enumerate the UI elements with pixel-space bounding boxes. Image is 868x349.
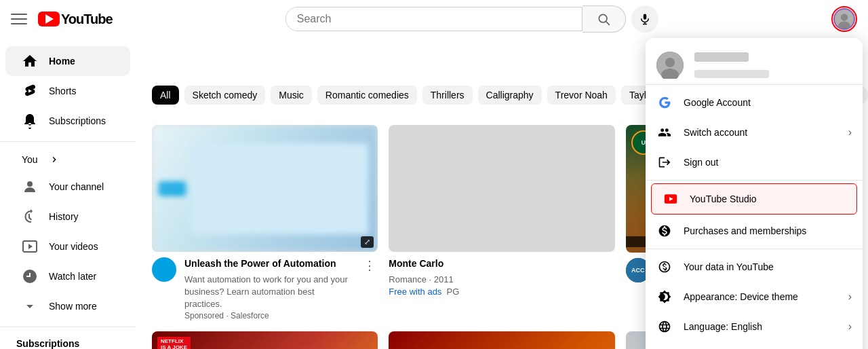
search-bar xyxy=(285,5,658,33)
video-thumb-2 xyxy=(389,125,614,252)
video-card-4[interactable]: NETFLIXIS A JOKE RONNY CHIENGTAKES CHINA… xyxy=(152,331,378,349)
mic-button[interactable] xyxy=(631,5,658,33)
filter-chip-thrillers[interactable]: Thrillers xyxy=(422,86,473,105)
sidebar-item-home-label: Home xyxy=(49,56,75,67)
video-thumb-1: Salesforce ⤢ xyxy=(152,125,378,252)
video-details-2: Monte Carlo Romance · 2011 Free with ads… xyxy=(389,257,614,298)
chevron-right-icon xyxy=(49,154,60,165)
your-data-icon xyxy=(656,259,673,275)
sidebar-you-label: You xyxy=(22,154,38,165)
dropdown-item-sign-out[interactable]: Sign out xyxy=(646,147,863,177)
filter-chip-trevor-noah[interactable]: Trevor Noah xyxy=(547,86,616,105)
sidebar-item-channel[interactable]: Your channel xyxy=(5,172,130,202)
your-videos-icon xyxy=(22,238,38,255)
dropdown-header xyxy=(646,43,863,85)
filter-chip-romantic-comedies[interactable]: Romantic comedies xyxy=(317,86,417,105)
filter-chip-calligraphy[interactable]: Calligraphy xyxy=(478,86,542,105)
filter-chip-all[interactable]: All xyxy=(152,86,179,105)
dropdown-item-youtube-studio[interactable]: YouTube Studio xyxy=(651,183,857,215)
dropdown-language-label: Language: English xyxy=(684,321,837,332)
channel-icon xyxy=(22,179,38,195)
video-thumb-4: NETFLIXIS A JOKE RONNY CHIENGTAKES CHINA… xyxy=(152,331,378,349)
video-meta-2: Romance · 2011 xyxy=(389,274,614,286)
dropdown-your-data-label: Your data in YouTube xyxy=(684,261,852,272)
language-icon xyxy=(656,318,673,335)
video-card-2[interactable]: Monte Carlo Romance · 2011 Free with ads… xyxy=(389,125,614,320)
sidebar-item-subscriptions-label: Subscriptions xyxy=(49,115,106,126)
sidebar-you-section[interactable]: You xyxy=(5,147,130,172)
svg-line-1 xyxy=(606,22,610,25)
dropdown-menu: Google Account Switch account › Sign out… xyxy=(646,38,863,349)
header: YouTube xyxy=(0,0,868,38)
dropdown-sign-out-label: Sign out xyxy=(684,157,852,168)
sidebar-item-shorts[interactable]: Shorts xyxy=(5,76,130,106)
sidebar-item-shorts-label: Shorts xyxy=(49,86,76,96)
youtube-studio-icon xyxy=(663,191,679,207)
dropdown-item-google-account[interactable]: Google Account xyxy=(646,88,863,117)
video-title-1: Unleash the Power of Automation xyxy=(184,257,353,271)
avatar-image xyxy=(835,10,854,29)
filter-chip-music[interactable]: Music xyxy=(271,86,312,105)
sidebar-item-history-label: History xyxy=(49,211,79,222)
logo-icon xyxy=(38,12,60,26)
dropdown-username xyxy=(694,52,749,62)
dropdown-youtube-studio-label: YouTube Studio xyxy=(690,194,846,204)
dropdown-divider-1 xyxy=(646,180,863,181)
video-sponsored-1: Sponsored · Salesforce xyxy=(184,311,353,320)
hamburger-menu[interactable] xyxy=(11,11,27,27)
chevron-down-icon xyxy=(22,298,38,314)
purchases-icon xyxy=(656,223,673,239)
sidebar-item-watch-later-label: Watch later xyxy=(49,271,96,282)
header-left: YouTube xyxy=(11,11,113,27)
home-icon xyxy=(22,53,38,69)
user-avatar[interactable] xyxy=(833,8,855,30)
video-meta-1: Want automation to work for you and your… xyxy=(184,274,353,311)
sidebar-show-more[interactable]: Show more xyxy=(5,291,130,321)
dropdown-avatar xyxy=(656,52,684,79)
video-thumb-5: ⤢ xyxy=(389,331,614,349)
dropdown-item-appearance[interactable]: Appearance: Device theme › xyxy=(646,282,863,312)
dropdown-item-restricted[interactable]: Restricted Mode: Off › xyxy=(646,342,863,349)
sidebar-item-your-videos-label: Your videos xyxy=(49,241,98,252)
watch-later-icon xyxy=(22,268,38,284)
dropdown-item-switch-account[interactable]: Switch account › xyxy=(646,117,863,147)
sidebar-item-your-videos[interactable]: Your videos xyxy=(5,232,130,261)
sidebar: Home Shorts Subscriptions You Your chann… xyxy=(0,38,136,349)
video-details-1: Unleash the Power of Automation Want aut… xyxy=(184,257,353,320)
dropdown-item-your-data[interactable]: Your data in YouTube xyxy=(646,252,863,282)
sidebar-item-channel-label: Your channel xyxy=(49,181,104,192)
dropdown-item-language[interactable]: Language: English › xyxy=(646,312,863,342)
video-info-1: Unleash the Power of Automation Want aut… xyxy=(152,252,378,320)
sidebar-item-history[interactable]: History xyxy=(5,202,130,232)
dropdown-avatar-image xyxy=(656,52,684,79)
sidebar-divider-2 xyxy=(0,327,136,327)
expand-icon: ⤢ xyxy=(361,236,374,248)
avatar-container xyxy=(831,6,857,32)
history-icon xyxy=(22,208,38,225)
shorts-icon xyxy=(22,83,38,99)
video-card-1[interactable]: Salesforce ⤢ Unleash the Power of Automa… xyxy=(152,125,378,320)
sidebar-item-watch-later[interactable]: Watch later xyxy=(5,261,130,291)
channel-avatar-1 xyxy=(152,257,176,282)
sidebar-show-more-label: Show more xyxy=(49,301,97,312)
dropdown-item-purchases[interactable]: Purchases and memberships xyxy=(646,216,863,246)
search-input-wrap xyxy=(285,7,583,31)
search-button[interactable] xyxy=(583,5,626,33)
google-icon xyxy=(656,94,673,111)
sidebar-item-subscriptions[interactable]: Subscriptions xyxy=(5,106,130,136)
logo-text: YouTube xyxy=(61,12,113,27)
video-title-2: Monte Carlo xyxy=(389,257,614,271)
switch-account-arrow: › xyxy=(848,126,852,139)
search-input[interactable] xyxy=(286,7,582,31)
dropdown-purchases-label: Purchases and memberships xyxy=(684,225,852,236)
svg-point-12 xyxy=(665,58,675,67)
filter-chip-sketch-comedy[interactable]: Sketch comedy xyxy=(184,86,266,105)
svg-marker-10 xyxy=(28,244,33,249)
header-right xyxy=(831,6,857,32)
search-icon xyxy=(597,12,610,26)
video-card-5[interactable]: ⤢ ASU Online — Learn More xyxy=(389,331,614,349)
video-more-1[interactable]: ⋮ xyxy=(361,257,378,274)
sidebar-item-home[interactable]: Home xyxy=(5,46,130,76)
youtube-logo[interactable]: YouTube xyxy=(38,12,113,27)
video-info-2: Monte Carlo Romance · 2011 Free with ads… xyxy=(389,252,614,298)
